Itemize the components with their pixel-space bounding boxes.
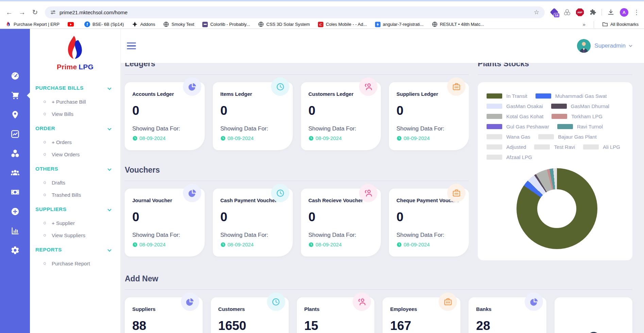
nav-item-trashed-bills[interactable]: Trashed Bills (44, 192, 114, 198)
url-text[interactable]: prime21.mktechsol.com/home (60, 10, 128, 15)
stat-card-cheque-payment-voucher[interactable]: Cheque Payment Voucher 0 Showing Data Fo… (389, 189, 469, 257)
reload-button[interactable]: ↻ (29, 6, 41, 18)
legend-item[interactable]: In Transit (487, 93, 527, 99)
nav-section-suppliers[interactable]: SUPPLIERS (35, 203, 114, 216)
rail-dashboard-icon[interactable] (0, 66, 30, 86)
bookmark-item[interactable]: f BSE- 6B (Sp14) (84, 21, 124, 27)
brand-logo: PrimeLPG (30, 35, 120, 71)
stat-card-journal-voucher[interactable]: Journal Voucher 0 Showing Data For: 08-0… (125, 189, 205, 257)
stat-card-plants[interactable]: Plants 15 (297, 297, 375, 333)
date-value: 08-09-2024 (396, 242, 461, 247)
bookmark-item[interactable]: C Coles Mobile - - Ad... (318, 22, 367, 27)
chevron-down-icon (107, 86, 111, 90)
nav-item-add-orders[interactable]: + Orders (44, 139, 114, 145)
legend-item[interactable]: GasMan Osakai (487, 103, 543, 109)
nav-section-order[interactable]: ORDER (35, 122, 114, 135)
nav-item-purchase-report[interactable]: Purchase Report (44, 261, 114, 266)
legend-item[interactable]: Kotal Gas Kohat (487, 113, 543, 119)
legend-item[interactable]: GasMan Dhurnal (551, 103, 609, 109)
rail-line-chart-icon[interactable] (0, 124, 30, 144)
address-bar[interactable]: prime21.mktechsol.com/home ☆ (45, 6, 545, 18)
meet-circles-icon[interactable] (563, 8, 571, 16)
bookmark-item[interactable]: angular-7-registrati... (375, 22, 424, 27)
stat-card-cash-recieve-voucher[interactable]: Cash Recieve Voucher 0 Showing Data For:… (301, 189, 381, 257)
back-button[interactable]: ← (3, 6, 15, 18)
bookmarks-bar: Purchase Report | ERP f BSE- 6B (Sp14) A… (0, 20, 644, 29)
legend-item[interactable]: Torkham LPG (552, 113, 603, 119)
nav-item-view-bills[interactable]: View Bills (44, 111, 114, 117)
nav-item-drafts[interactable]: Drafts (44, 180, 114, 186)
bullet-icon (44, 153, 46, 156)
extension-icon[interactable]: 14 (550, 8, 558, 16)
section-title-ledgers: Ledgers (125, 63, 469, 68)
legend-item[interactable]: Ravi Turnol (557, 124, 603, 129)
bookmark-item[interactable]: Colorlib - Probably... (202, 22, 250, 27)
bookmark-item[interactable]: CSS 3D Solar System (258, 21, 310, 27)
browser-menu-icon[interactable]: ⋮ (633, 8, 639, 16)
nav-section-others[interactable]: OTHERS (35, 162, 114, 176)
vouchers-cards: Journal Voucher 0 Showing Data For: 08-0… (125, 189, 469, 257)
stat-card-employees[interactable]: Employees 167 (383, 297, 460, 333)
legend-item[interactable]: Muhammadi Gas Swat (536, 93, 607, 99)
legend-item[interactable]: Bajaur Gas Plant (538, 134, 596, 140)
rail-plus-circle-icon[interactable] (0, 202, 30, 221)
lightning-favicon-icon (375, 22, 380, 27)
legend-item[interactable]: Test Ravi (534, 144, 575, 150)
legend-swatch (534, 144, 550, 150)
nav-item-add-supplier[interactable]: + Supplier (44, 220, 114, 226)
adblock-icon[interactable]: ABP (576, 8, 584, 16)
bookmark-item[interactable]: RESULT • 48th Matc... (432, 21, 484, 27)
hamburger-menu-icon[interactable] (127, 42, 136, 50)
downloads-icon[interactable] (607, 8, 615, 16)
rail-cart-icon[interactable] (0, 86, 30, 105)
clock-icon (396, 136, 402, 141)
date-value: 08-09-2024 (132, 135, 197, 141)
nav-section-reports[interactable]: REPORTS (35, 243, 114, 257)
legend-swatch (487, 134, 502, 139)
legend-swatch (536, 93, 551, 99)
stat-card-suppliers[interactable]: Suppliers 88 (125, 297, 203, 333)
all-bookmarks-button[interactable]: All Bookmarks (602, 21, 639, 27)
nav-item-add-purchase-bill[interactable]: + Purchase Bill (44, 99, 114, 105)
stat-card-banks[interactable]: Banks 28 (469, 297, 546, 333)
forward-button[interactable]: → (16, 6, 28, 18)
stat-card-accounts-ledger[interactable]: Accounts Ledger 0 Showing Data For: 08-0… (125, 82, 205, 150)
stat-card-cash-payment-voucher[interactable]: Cash Payment Voucher 0 Showing Data For:… (213, 189, 293, 257)
rail-cubes-icon[interactable] (0, 144, 30, 163)
bookmarks-overflow-chevron[interactable]: » (583, 21, 586, 27)
users-icon (359, 77, 377, 96)
legend-item[interactable]: Ali LPG (583, 144, 620, 150)
rail-cash-icon[interactable] (0, 182, 30, 202)
rail-gear-icon[interactable] (0, 241, 30, 260)
bookmark-star-icon[interactable]: ☆ (534, 8, 539, 16)
bookmark-item[interactable]: Smoky Text (163, 21, 194, 27)
nav-item-view-orders[interactable]: View Orders (44, 152, 114, 157)
legend-item[interactable]: Afzaal LPG (487, 154, 532, 160)
stat-card-customers-ledger[interactable]: Customers Ledger 0 Showing Data For: 08-… (301, 82, 381, 150)
stat-card-items-ledger[interactable]: Items Ledger 0 Showing Data For: 08-09-2… (213, 82, 293, 150)
chevron-down-icon (107, 167, 111, 171)
profile-avatar[interactable]: A (620, 8, 628, 17)
plus-circle-icon (586, 330, 601, 333)
stat-card-customers[interactable]: Customers 1650 (211, 297, 289, 333)
legend-item[interactable]: Adjusted (487, 144, 526, 150)
rail-location-pin-icon[interactable] (0, 105, 30, 124)
bookmark-item[interactable]: Purchase Report | ERP (5, 21, 60, 27)
nav-item-view-suppliers[interactable]: View Suppliers (44, 232, 114, 238)
add-new-plus-card[interactable] (555, 297, 632, 333)
extensions-puzzle-icon[interactable] (589, 8, 596, 16)
stat-card-suppliers-ledger[interactable]: Suppliers Ledger 0 Showing Data For: 08-… (389, 82, 469, 150)
side-navigation: PrimeLPG PURCHASE BILLS + Purchase Bill … (30, 29, 121, 333)
user-menu[interactable]: Superadmin (577, 39, 632, 53)
bookmark-item[interactable] (68, 22, 76, 27)
rail-users-icon[interactable] (0, 163, 30, 182)
bookmark-item[interactable]: Addons (132, 21, 155, 27)
site-info-icon[interactable] (50, 10, 56, 15)
pie-chart-icon (525, 293, 543, 311)
legend-item[interactable]: Gul Gas Peshawar (487, 124, 549, 129)
legend-item[interactable]: Wana Gas (487, 134, 530, 140)
rail-bar-chart-icon[interactable] (0, 221, 30, 241)
date-value: 08-09-2024 (220, 135, 285, 141)
user-name: Superadmin (594, 42, 626, 49)
nav-section-purchase-bills[interactable]: PURCHASE BILLS (35, 81, 114, 95)
